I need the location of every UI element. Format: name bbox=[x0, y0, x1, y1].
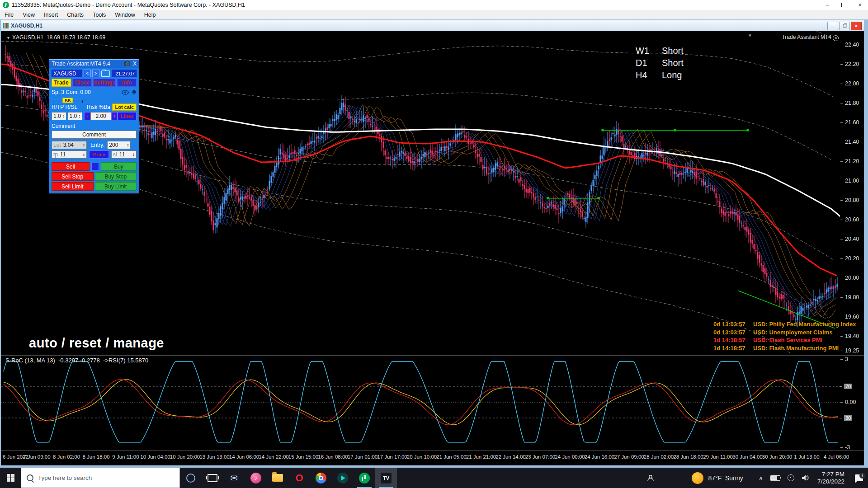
trade-assistant-panel: Trade Assistant MT4 9.4 X XAGUSD < > 21:… bbox=[49, 59, 139, 193]
chart-restore-button[interactable] bbox=[839, 22, 850, 30]
spinner-icon[interactable]: ▲▼ bbox=[127, 143, 129, 147]
panel-close-button[interactable]: X bbox=[133, 61, 137, 67]
menu-item-insert[interactable]: Insert bbox=[39, 12, 62, 18]
minimize-button[interactable]: – bbox=[819, 0, 835, 10]
price-axis[interactable]: 22.4022.2022.0021.8021.6021.4021.2021.00… bbox=[842, 31, 864, 465]
rsl-input[interactable]: 1.0▲▼ bbox=[68, 112, 83, 120]
menu-item-window[interactable]: Window bbox=[110, 12, 139, 18]
time-axis-label: 29 Jun 11:00 bbox=[703, 454, 733, 460]
camera-icon[interactable] bbox=[124, 61, 130, 66]
battery-icon[interactable] bbox=[770, 475, 780, 481]
weather-widget[interactable]: 87°F Sunny bbox=[708, 474, 743, 482]
volume-icon[interactable] bbox=[802, 474, 809, 481]
tab-info[interactable]: Info bbox=[117, 79, 137, 87]
spinner-icon[interactable]: ▲▼ bbox=[83, 153, 85, 156]
comment-input[interactable]: Comment bbox=[52, 131, 137, 139]
news-item: 0d 13:03:57USD: Unemployment Claims bbox=[713, 328, 856, 337]
prev-symbol-button[interactable]: < bbox=[84, 70, 91, 77]
tray-expand-icon[interactable]: ∧ bbox=[759, 474, 763, 482]
risk-input[interactable]: 2.00 bbox=[90, 112, 111, 120]
menu-item-tools[interactable]: Tools bbox=[88, 12, 110, 18]
task-view-icon[interactable] bbox=[202, 468, 223, 488]
eye-icon[interactable] bbox=[122, 90, 129, 95]
chart-window-titlebar[interactable]: XAGUSD,H1 – × bbox=[1, 20, 864, 31]
music-icon[interactable]: ♪ bbox=[245, 468, 267, 488]
tab-trade[interactable]: Trade bbox=[52, 79, 71, 87]
spinner-icon[interactable]: ▲▼ bbox=[132, 153, 135, 156]
next-symbol-button[interactable]: > bbox=[92, 70, 99, 77]
price-axis-label: 20.20 bbox=[845, 255, 859, 262]
action-center-button[interactable]: 1 bbox=[850, 474, 868, 481]
indicator-close-icon[interactable]: ✕ bbox=[833, 35, 839, 41]
system-tray: 87°F Sunny ∧ 7:27 PM 7/20/2022 1 bbox=[643, 468, 868, 488]
metatrader-icon[interactable] bbox=[354, 468, 375, 488]
menu-item-view[interactable]: View bbox=[18, 12, 39, 18]
spinner-icon[interactable]: ▲▼ bbox=[78, 114, 80, 118]
tab-close[interactable]: Close bbox=[72, 79, 92, 87]
chrome-icon[interactable] bbox=[310, 468, 332, 488]
mail-icon[interactable]: ✉ bbox=[223, 468, 245, 488]
buy-button[interactable]: Buy bbox=[101, 162, 137, 171]
menu-item-file[interactable]: File bbox=[0, 12, 18, 18]
file-explorer-icon[interactable] bbox=[267, 468, 288, 488]
restore-icon bbox=[841, 3, 846, 7]
kk-button[interactable]: KK bbox=[63, 98, 73, 103]
indicator-scale-label: 0.00 bbox=[845, 399, 856, 405]
sell-stop-button[interactable]: Sell Stop bbox=[52, 172, 94, 181]
price-axis-label: 21.00 bbox=[845, 178, 859, 184]
time-axis-label: 28 Jun 18:00 bbox=[673, 454, 703, 460]
reverse-button[interactable] bbox=[91, 163, 99, 170]
price-axis-label: 20.00 bbox=[845, 275, 859, 281]
folder-icon[interactable] bbox=[101, 70, 110, 77]
lot-calc-button[interactable]: Lot calc bbox=[112, 103, 137, 111]
kk-bracket: KK bbox=[53, 98, 83, 103]
windows-logo-icon bbox=[7, 474, 14, 482]
indicator-scale-label: -3 bbox=[845, 444, 850, 450]
cortana-icon[interactable] bbox=[180, 468, 202, 488]
capture-icon[interactable] bbox=[332, 468, 354, 488]
buy-stop-button[interactable]: Buy Stop bbox=[95, 172, 137, 181]
chart-minimize-button[interactable]: – bbox=[827, 22, 838, 30]
symbol-field[interactable]: XAGUSD bbox=[52, 70, 82, 77]
lot-input[interactable]: Lot3.04▲▼ bbox=[52, 141, 87, 149]
weather-icon[interactable] bbox=[692, 472, 703, 484]
tradingview-icon[interactable]: TV bbox=[375, 468, 397, 488]
tray-app-icon[interactable] bbox=[788, 474, 794, 481]
restore-button[interactable] bbox=[835, 0, 852, 10]
risk-minus-button[interactable]: - bbox=[84, 112, 90, 120]
time-axis[interactable]: 6 Jun 20227 Jun 09:008 Jun 02:008 Jun 18… bbox=[1, 450, 864, 465]
menu-item-charts[interactable]: Charts bbox=[62, 12, 88, 18]
entry-input[interactable]: 200▲▼ bbox=[107, 141, 131, 149]
tp-input[interactable]: tp11▲▼ bbox=[52, 150, 87, 159]
lines-button[interactable]: Lines bbox=[118, 112, 137, 120]
chart-close-button[interactable]: × bbox=[851, 22, 862, 30]
spinner-icon[interactable]: ▲▼ bbox=[62, 114, 65, 118]
symbol-dropdown-icon[interactable]: ▼ bbox=[6, 36, 10, 40]
news-event: USD: Flash Services PMI bbox=[753, 337, 822, 343]
panel-titlebar[interactable]: Trade Assistant MT4 9.4 X bbox=[49, 60, 139, 68]
trade-assistant-watermark: Trade Assistant MT4✕ bbox=[782, 34, 839, 41]
price-button[interactable]: Price bbox=[89, 150, 109, 159]
time-axis-label: 15 Jun 15:00 bbox=[288, 454, 319, 460]
pane-separator[interactable] bbox=[1, 355, 864, 356]
comment-label: Comment bbox=[52, 123, 75, 129]
people-icon[interactable] bbox=[643, 474, 658, 482]
bell-icon[interactable] bbox=[132, 89, 137, 95]
sell-limit-button[interactable]: Sell Limit bbox=[52, 182, 94, 191]
sl-input[interactable]: sl11▲▼ bbox=[111, 150, 137, 159]
start-button[interactable] bbox=[0, 468, 21, 488]
taskbar-clock[interactable]: 7:27 PM 7/20/2022 bbox=[817, 471, 844, 485]
opera-icon[interactable]: O bbox=[288, 468, 310, 488]
chart-area[interactable]: ▼XAGUSD,H1 18.69 18.73 18.67 18.69 Trade… bbox=[1, 31, 864, 465]
risk-plus-button[interactable]: + bbox=[111, 112, 118, 120]
buy-limit-button[interactable]: Buy Limit bbox=[95, 182, 137, 191]
mtf-row: D1Short bbox=[636, 57, 684, 69]
close-button[interactable]: × bbox=[852, 0, 868, 10]
sell-button[interactable]: Sell bbox=[52, 162, 90, 171]
spinner-icon[interactable]: ▲▼ bbox=[83, 143, 85, 147]
chart-shift-icon[interactable]: ▼ bbox=[748, 33, 752, 38]
menu-item-help[interactable]: Help bbox=[140, 12, 160, 18]
taskbar-search[interactable]: Type here to search bbox=[21, 468, 180, 488]
rtp-input[interactable]: 1.0▲▼ bbox=[52, 112, 66, 120]
tab-settings[interactable]: Settings bbox=[93, 79, 115, 87]
